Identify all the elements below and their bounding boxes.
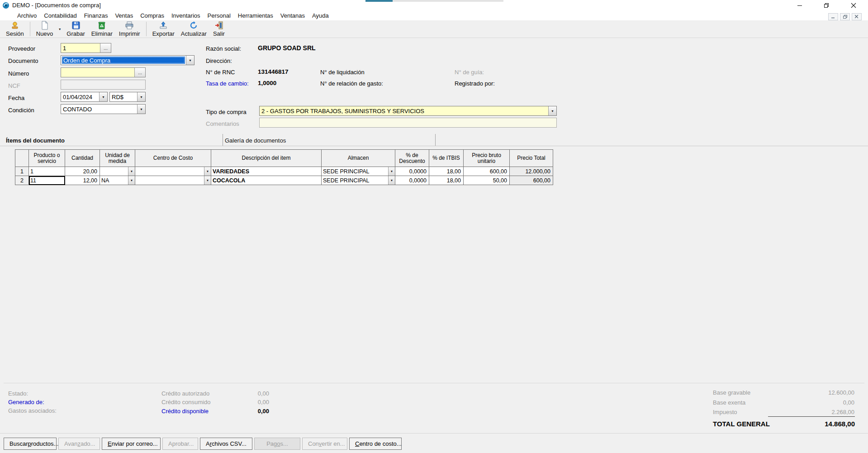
razon-social-label: Razón social:	[206, 45, 241, 52]
minimize-button[interactable]	[789, 0, 810, 11]
centro-dropdown-arrow-icon[interactable]	[204, 167, 211, 176]
cell-descuento[interactable]: 0,0000	[395, 176, 429, 185]
comentarios-input[interactable]	[260, 118, 556, 127]
razon-social-value: GRUPO SOAD SRL	[258, 44, 316, 52]
cell-itbis[interactable]: 18,00	[429, 176, 464, 185]
cell-cantidad[interactable]: 12,00	[65, 176, 100, 185]
archivos-csv-button[interactable]: Archivos CSV...	[200, 438, 252, 450]
grid-row-2: 2 11 12,00 NA COCACOLA SEDE PRINCIPAL 0,…	[15, 176, 553, 185]
cell-centro-costo[interactable]	[135, 176, 211, 185]
unidad-dropdown-arrow-icon[interactable]	[128, 167, 135, 176]
mdi-minimize-button[interactable]	[828, 13, 838, 20]
cell-centro-costo[interactable]	[135, 167, 211, 176]
cell-descuento[interactable]: 0,0000	[395, 167, 429, 176]
currency-dropdown-arrow-icon[interactable]	[137, 92, 145, 101]
credito-disponible-label: Crédito disponible	[161, 408, 209, 415]
save-button[interactable]: Grabar	[63, 21, 88, 38]
cell-cantidad[interactable]: 20,00	[65, 167, 100, 176]
grid-bottom-divider	[4, 383, 864, 383]
cell-producto-focused[interactable]: 11	[29, 176, 65, 185]
centro-dropdown-arrow-icon[interactable]	[204, 176, 211, 185]
row-selector[interactable]: 1	[15, 167, 29, 176]
cell-itbis[interactable]: 18,00	[429, 167, 464, 176]
cell-precio-unitario[interactable]: 600,00	[464, 167, 510, 176]
fecha-label: Fecha	[8, 95, 24, 101]
menu-item-herramientas[interactable]: Herramientas	[234, 12, 277, 19]
exit-button[interactable]: Salir	[210, 21, 228, 38]
toolbar: Sesión Nuevo Grabar Eliminar	[0, 20, 868, 38]
mdi-restore-button[interactable]	[840, 13, 850, 20]
grid-header-descripcion: Descripción del item	[211, 150, 322, 167]
currency-select[interactable]: RD$	[109, 92, 146, 102]
condicion-select[interactable]: CONTADO	[61, 104, 146, 114]
new-document-icon	[40, 21, 49, 30]
proveedor-browse-button[interactable]: ...	[100, 43, 111, 52]
close-button[interactable]	[843, 0, 864, 11]
cell-unidad-medida[interactable]	[100, 167, 135, 176]
fecha-dropdown-arrow-icon[interactable]	[99, 92, 107, 101]
menu-item-ayuda[interactable]: Ayuda	[308, 12, 332, 19]
menu-item-finanzas[interactable]: Finanzas	[81, 12, 112, 19]
delete-button[interactable]: Eliminar	[88, 21, 116, 38]
cell-almacen-value: SEDE PRINCIPAL	[322, 168, 388, 175]
cell-descripcion[interactable]: COCACOLA	[211, 176, 322, 185]
tab-divider	[223, 134, 223, 146]
tab-items-documento[interactable]: Ítems del documento	[6, 137, 65, 144]
grid-header-precio-unitario: Precio bruto unitario	[464, 150, 510, 167]
documento-select[interactable]: Orden de Compra	[61, 55, 194, 65]
export-button[interactable]: Exportar	[149, 21, 178, 38]
proveedor-input[interactable]: 1	[61, 43, 100, 52]
cell-descripcion[interactable]: VARIEDADES	[211, 167, 322, 176]
avanzado-button: Avanzado...	[58, 438, 100, 450]
menu-item-ventanas[interactable]: Ventanas	[277, 12, 308, 19]
centro-de-costo-button[interactable]: Centro de costo...	[349, 438, 402, 450]
ncf-label: NCF	[8, 82, 20, 89]
refresh-button[interactable]: Actualizar	[178, 21, 210, 38]
menu-item-archivo[interactable]: Archivo	[14, 12, 40, 19]
gastos-asociados-label: Gastos asociados:	[8, 407, 57, 414]
menu-item-compras[interactable]: Compras	[137, 12, 168, 19]
numero-browse-button[interactable]: ...	[134, 68, 145, 77]
menu-item-inventarios[interactable]: Inventarios	[168, 12, 204, 19]
cell-almacen[interactable]: SEDE PRINCIPAL	[322, 176, 395, 185]
cell-unidad-value: NA	[100, 177, 128, 184]
menu-item-contabilidad[interactable]: Contabilidad	[40, 12, 80, 19]
mdi-close-button[interactable]	[852, 13, 862, 20]
new-button[interactable]: Nuevo	[33, 21, 57, 38]
button-mnemonic: C	[355, 440, 359, 447]
button-text: Aprobar...	[168, 440, 194, 447]
cell-precio-total: 600,00	[510, 176, 553, 185]
tab-galeria-documentos[interactable]: Galería de documentos	[225, 137, 286, 144]
cell-producto[interactable]: 1	[29, 167, 65, 176]
printer-icon	[125, 21, 134, 30]
cell-precio-unitario[interactable]: 50,00	[464, 176, 510, 185]
button-text: entro de costo...	[359, 440, 401, 447]
cell-almacen[interactable]: SEDE PRINCIPAL	[322, 167, 395, 176]
restore-button[interactable]	[816, 0, 837, 11]
buscar-productos-button[interactable]: Buscar productos...	[4, 438, 57, 450]
tipo-compra-label: Tipo de compra	[206, 109, 247, 115]
unidad-dropdown-arrow-icon[interactable]	[128, 176, 135, 185]
print-button[interactable]: Imprimir	[116, 21, 143, 38]
new-dropdown-arrow-icon[interactable]	[56, 28, 63, 31]
menu-item-personal[interactable]: Personal	[204, 12, 234, 19]
numero-input[interactable]	[61, 68, 134, 77]
tasa-cambio-label: Tasa de cambio:	[206, 80, 249, 87]
mdi-restore-icon	[843, 15, 847, 19]
fecha-select[interactable]: 01/04/2024	[61, 92, 108, 102]
direccion-label: Dirección:	[206, 57, 232, 64]
numero-label: Número	[8, 70, 29, 77]
session-button[interactable]: Sesión	[3, 21, 27, 38]
menu-item-ventas[interactable]: Ventas	[111, 12, 137, 19]
total-general-value: 14.868,00	[792, 420, 855, 428]
enviar-por-correo-button[interactable]: Enviar por correo...	[102, 438, 161, 450]
almacen-dropdown-arrow-icon[interactable]	[388, 176, 395, 185]
tipo-compra-dropdown-arrow-icon[interactable]	[548, 106, 556, 115]
grid-header-row: Producto o servicio Cantidad Unidad de m…	[15, 150, 553, 167]
documento-dropdown-arrow-icon[interactable]	[186, 56, 194, 65]
condicion-dropdown-arrow-icon[interactable]	[137, 105, 145, 114]
cell-unidad-medida[interactable]: NA	[100, 176, 135, 185]
row-selector[interactable]: 2	[15, 176, 29, 185]
tipo-compra-select[interactable]: 2 - GASTOS POR TRABAJOS, SUMINISTROS Y S…	[259, 106, 557, 116]
almacen-dropdown-arrow-icon[interactable]	[388, 167, 395, 176]
